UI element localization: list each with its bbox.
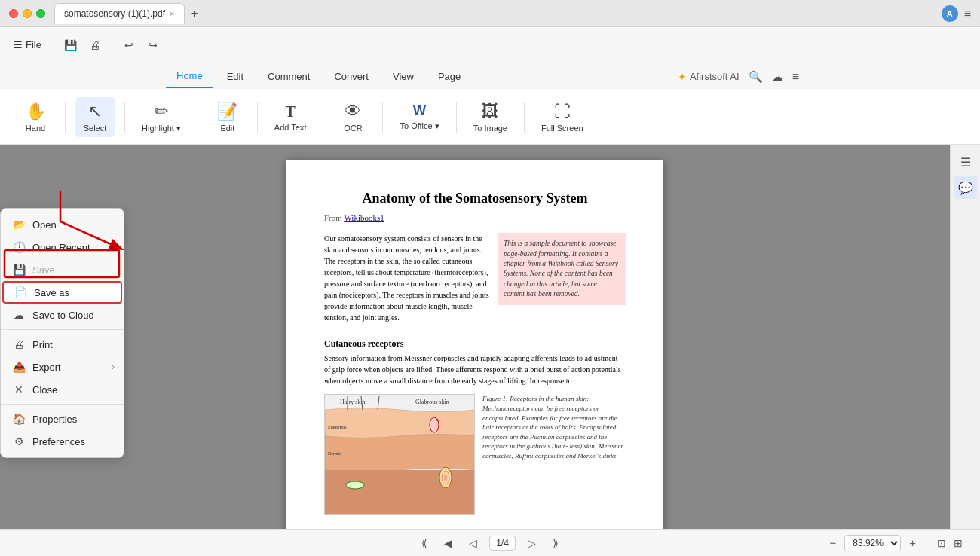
action-sep-5 xyxy=(323,102,323,133)
fit-icons-area: ⊡ ⊞ xyxy=(935,535,965,551)
hand-tool-button[interactable]: ✋ Hand xyxy=(15,97,56,137)
select-icon: ↖ xyxy=(88,102,102,121)
toolbar-separator-1 xyxy=(54,36,54,54)
to-office-button[interactable]: W To Office ▾ xyxy=(392,99,446,136)
ai-star-icon: ✦ xyxy=(678,71,687,83)
menu-item-preferences[interactable]: ⚙ Preferences xyxy=(1,430,124,453)
export-icon: 📤 xyxy=(13,361,25,373)
zoom-area: − 83.92% 50% 75% 100% 125% 150% + xyxy=(825,535,920,551)
close-window-button[interactable] xyxy=(9,9,18,18)
save-icon: 💾 xyxy=(64,39,77,51)
nav-hamburger-icon[interactable]: ≡ xyxy=(792,70,799,84)
to-image-button[interactable]: 🖼 To Image xyxy=(466,97,515,137)
menu-item-export[interactable]: 📤 Export › xyxy=(1,356,124,378)
nav-item-page[interactable]: Page xyxy=(427,66,471,88)
open-recent-icon: 🕐 xyxy=(13,241,25,253)
go-next-button[interactable]: ▷ xyxy=(523,534,541,552)
menu-item-save-cloud[interactable]: ☁ Save to Cloud xyxy=(1,304,124,326)
pdf-figure-caption: Figure 1: Receptors in the human skin: M… xyxy=(482,394,626,515)
action-sep-7 xyxy=(456,102,457,133)
minimize-window-button[interactable] xyxy=(23,9,32,18)
edit-label: Edit xyxy=(220,124,234,133)
menu-item-properties[interactable]: 🏠 Properties xyxy=(1,408,124,430)
add-text-button[interactable]: T Add Text xyxy=(267,99,314,136)
svg-point-10 xyxy=(346,481,364,489)
menu-item-open-recent[interactable]: 🕐 Open Recent › xyxy=(1,236,124,258)
traffic-lights xyxy=(9,9,45,18)
search-icon[interactable]: 🔍 xyxy=(749,70,763,84)
undo-button[interactable]: ↩ xyxy=(118,35,139,56)
svg-point-9 xyxy=(444,475,447,481)
open-icon: 📂 xyxy=(13,218,25,231)
menu-item-save-as[interactable]: 📄 Save as xyxy=(2,281,122,304)
redo-button[interactable]: ↪ xyxy=(142,35,164,56)
panel-icon-list[interactable]: ☰ xyxy=(954,151,977,173)
go-last-button[interactable]: ⟫ xyxy=(548,534,563,552)
toolbar: ☰ File 💾 🖨 ↩ ↪ xyxy=(0,27,980,63)
fullscreen-label: Full Screen xyxy=(541,124,583,133)
ocr-button[interactable]: 👁 OCR xyxy=(332,97,373,137)
pdf-figure-image: Hairy skin Glabrous skin M xyxy=(324,394,475,515)
redo-icon: ↪ xyxy=(149,39,158,51)
ocr-label: OCR xyxy=(344,124,362,133)
nav-item-edit[interactable]: Edit xyxy=(216,66,254,88)
close-tab-button[interactable]: × xyxy=(170,9,174,18)
menu-print-label: Print xyxy=(32,339,53,350)
toolbar-left: ☰ File 💾 🖨 ↩ ↪ xyxy=(8,35,164,56)
zoom-in-button[interactable]: + xyxy=(905,535,920,551)
properties-icon: 🏠 xyxy=(13,413,25,425)
edit-tool-button[interactable]: 📝 Edit xyxy=(207,97,248,137)
fit-width-button[interactable]: ⊞ xyxy=(951,535,965,551)
menu-close-label: Close xyxy=(32,384,57,396)
menu-item-print[interactable]: 🖨 Print xyxy=(1,333,124,356)
panel-icon-chat[interactable]: 💬 xyxy=(954,176,977,199)
action-sep-6 xyxy=(382,102,383,133)
menu-save-cloud-label: Save to Cloud xyxy=(32,310,94,321)
add-text-icon: T xyxy=(285,103,295,121)
new-tab-button[interactable]: + xyxy=(188,6,203,21)
nav-item-comment[interactable]: Comment xyxy=(257,66,320,88)
go-prev-button[interactable]: ◁ xyxy=(464,534,482,552)
pdf-figure-area: Hairy skin Glabrous skin M xyxy=(324,394,626,515)
save-button[interactable]: 💾 xyxy=(60,35,81,56)
go-first-button[interactable]: ⟪ xyxy=(417,534,432,552)
right-sidebar: ☰ 💬 xyxy=(950,145,980,529)
fullscreen-button[interactable]: ⛶ Full Screen xyxy=(534,97,591,137)
nav-item-view[interactable]: View xyxy=(382,66,424,88)
menu-item-close[interactable]: ✕ Close xyxy=(1,378,124,401)
select-tool-button[interactable]: ↖ Select xyxy=(75,97,115,137)
nav-item-convert[interactable]: Convert xyxy=(323,66,379,88)
svg-text:Epidermis: Epidermis xyxy=(328,425,347,429)
nav-item-home[interactable]: Home xyxy=(166,66,213,88)
pdf-section-title: Cutaneous receptors xyxy=(324,338,626,350)
ai-button[interactable]: ✦ Afirstsoft AI xyxy=(678,71,740,83)
hamburger-menu-icon[interactable]: ≡ xyxy=(964,7,971,20)
to-office-icon: W xyxy=(413,103,426,119)
menu-save-as-label: Save as xyxy=(34,287,69,298)
action-sep-4 xyxy=(257,102,258,133)
file-dropdown-menu: 📂 Open 🕐 Open Recent › 💾 Save 📄 Save as … xyxy=(0,208,124,458)
zoom-out-button[interactable]: − xyxy=(825,535,840,551)
fit-page-button[interactable]: ⊡ xyxy=(935,535,948,551)
menu-divider-1 xyxy=(1,329,124,330)
bottom-bar: ⟪ ◀ ◁ 1/4 ▷ ⟫ − 83.92% 50% 75% 100% 125%… xyxy=(0,529,980,556)
maximize-window-button[interactable] xyxy=(36,9,45,18)
print-button[interactable]: 🖨 xyxy=(84,35,106,56)
go-prev-prev-button[interactable]: ◀ xyxy=(439,534,457,552)
pdf-from-source[interactable]: Wikibooks1 xyxy=(344,213,384,222)
menu-preferences-label: Preferences xyxy=(32,436,85,448)
print-menu-icon: 🖨 xyxy=(13,338,25,350)
highlight-tool-button[interactable]: ✏ Highlight ▾ xyxy=(134,97,188,138)
action-sep-1 xyxy=(65,102,66,133)
page-indicator[interactable]: 1/4 xyxy=(489,536,516,551)
svg-text:Dermis: Dermis xyxy=(328,451,341,456)
menu-item-open[interactable]: 📂 Open xyxy=(1,213,124,236)
active-tab[interactable]: somatosensory (1)(1).pdf × xyxy=(54,3,185,24)
cloud-icon[interactable]: ☁ xyxy=(772,70,783,84)
action-sep-3 xyxy=(198,102,198,133)
action-sep-8 xyxy=(524,102,525,133)
file-menu-button[interactable]: ☰ File xyxy=(8,36,47,53)
highlight-icon: ✏ xyxy=(155,102,168,121)
avatar[interactable]: A xyxy=(942,5,958,22)
zoom-select[interactable]: 83.92% 50% 75% 100% 125% 150% xyxy=(844,535,901,551)
